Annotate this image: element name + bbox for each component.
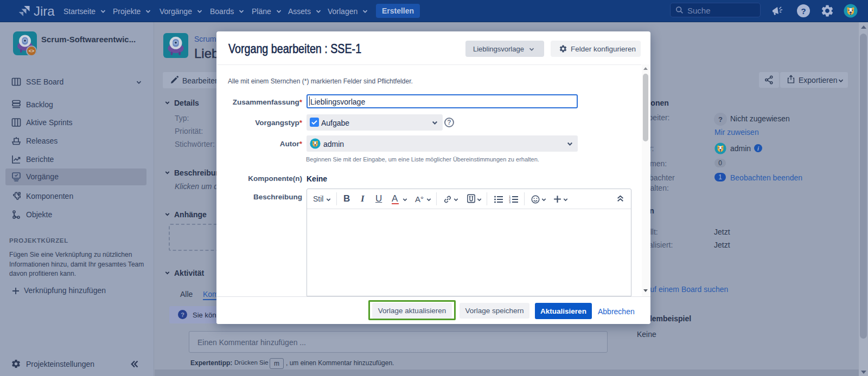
svg-text:?: ? [801,7,806,16]
svg-text:3: 3 [509,200,511,204]
